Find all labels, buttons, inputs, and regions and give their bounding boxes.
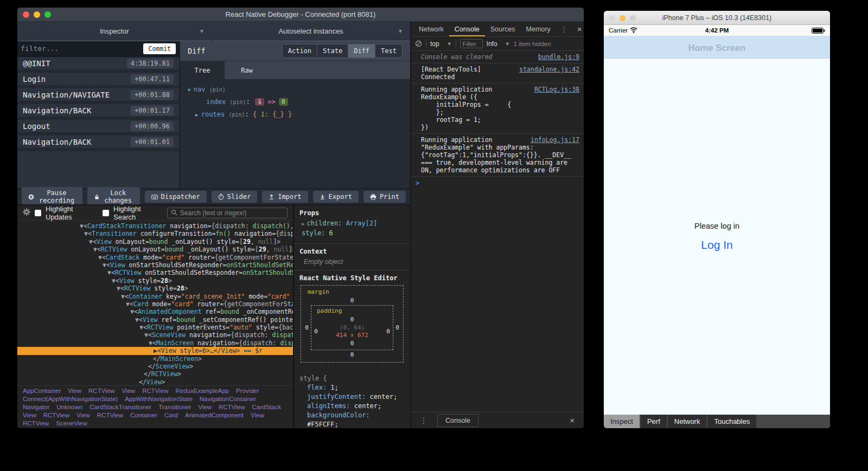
block-icon[interactable] — [415, 40, 422, 47]
tree-node-row[interactable]: </View> — [17, 378, 293, 385]
tree-node-row[interactable]: ▼<Transitioner configureTransition=fn() … — [17, 230, 293, 237]
source-link[interactable]: standalone.js:42 — [519, 66, 579, 73]
dev-tab-network[interactable]: Network — [668, 415, 707, 428]
diff-mode-tab-test[interactable]: Test — [375, 44, 402, 57]
breadcrumb-item[interactable]: CardStack — [252, 404, 282, 410]
diff-mode-tab-state[interactable]: State — [317, 44, 348, 57]
breadcrumb-item[interactable]: View — [251, 412, 264, 418]
tree-node-row[interactable]: ▼<AnimatedComponent ref=bound _onCompone… — [17, 308, 293, 315]
zoom-window-button[interactable] — [630, 15, 636, 21]
dev-tab-touchables[interactable]: Touchables — [707, 415, 756, 428]
padding-right-value[interactable]: 0 — [384, 327, 392, 336]
tree-node-row[interactable]: ▼<RCTView style=28> — [17, 285, 293, 292]
console-tab-memory[interactable]: Memory — [521, 22, 556, 36]
padding-left-value[interactable]: 0 — [312, 327, 320, 336]
breadcrumb-item[interactable]: RCTView — [23, 420, 49, 427]
breadcrumb-item[interactable]: RCTView — [88, 388, 114, 394]
action-row[interactable]: Login+00:47.11 — [17, 73, 179, 88]
tree-node-row[interactable]: ▶<View style=6>…</View> == $r — [17, 347, 293, 354]
console-tab-console[interactable]: Console — [449, 22, 485, 36]
tree-node-row[interactable]: ▼<SceneView navigation={dispatch: dispat… — [17, 331, 293, 339]
action-row[interactable]: @@INIT4:38:19.81 — [17, 57, 179, 73]
inspector-dropdown[interactable]: Inspector ▼ — [18, 22, 211, 41]
tree-node-row[interactable]: ▼<View onStartShouldSetResponder=onStart… — [17, 261, 293, 269]
tree-node-row[interactable]: ▼<CardStack mode="card" router={getCompo… — [17, 254, 293, 261]
diff-routes-row[interactable]: ▶ routes (pin): { 1: {_} } — [188, 111, 410, 118]
source-link[interactable]: infoLog.js:17 — [531, 136, 579, 144]
breadcrumb-item[interactable]: AnimatedComponent — [185, 412, 244, 418]
expand-arrow-icon[interactable]: ▶ — [302, 221, 304, 227]
action-row[interactable]: Logout+00:00.96 — [17, 120, 179, 136]
expand-arrow-icon[interactable]: ▶ — [195, 112, 201, 118]
close-icon[interactable]: × — [565, 416, 579, 425]
close-window-button[interactable] — [609, 15, 615, 21]
breadcrumb-item[interactable]: View — [23, 412, 36, 418]
tree-node-row[interactable]: ▼<RCTView onStartShouldSetResponder=onSt… — [17, 269, 293, 276]
breadcrumb-item[interactable]: Connect(AppWithNavigationState) — [23, 396, 118, 402]
dev-tab-inspect[interactable]: Inspect — [604, 415, 640, 428]
diff-mode-tab-diff[interactable]: Diff — [348, 44, 375, 57]
tree-node-row[interactable]: ▼<RCTView pointerEvents="auto" style={ba… — [17, 324, 293, 331]
source-link[interactable]: bundle.js:9 — [538, 53, 579, 61]
tree-node-row[interactable]: ▼<View onLayout=bound _onLayout() style=… — [17, 238, 293, 246]
diff-mode-tab-action[interactable]: Action — [283, 44, 317, 57]
diff-index-row[interactable]: index (pin): 1=>0 — [188, 98, 410, 106]
margin-bottom-value[interactable]: 0 — [303, 350, 401, 359]
breadcrumb-item[interactable]: Container — [130, 412, 157, 418]
toolbar-dispatcher-button[interactable]: Dispatcher — [145, 191, 207, 203]
source-link[interactable]: RCTLog.js:38 — [534, 86, 579, 93]
tree-node-row[interactable]: ▼<Card mode="card" router={getComponentF… — [17, 300, 293, 308]
breadcrumb-item[interactable]: Card — [164, 412, 178, 418]
breadcrumb-item[interactable]: AppContainer — [23, 388, 61, 394]
toolbar-pause-recording-button[interactable]: Pause recording — [22, 187, 82, 207]
margin-top-value[interactable]: 0 — [303, 296, 401, 305]
tree-node-row[interactable]: </MainScreen> — [17, 355, 293, 363]
tree-node-row[interactable]: ▼<CardStackTransitioner navigation={disp… — [17, 222, 293, 230]
highlight-updates-checkbox[interactable] — [35, 210, 41, 216]
breadcrumb-item[interactable]: CardStackTransitioner — [90, 404, 151, 410]
close-window-button[interactable] — [23, 11, 29, 18]
breadcrumb-item[interactable]: Provider — [236, 388, 259, 394]
drawer-console-tab[interactable]: Console — [437, 414, 478, 427]
breadcrumb-item[interactable]: Unknown — [56, 404, 82, 410]
console-prompt[interactable]: > — [411, 177, 584, 190]
breadcrumb-item[interactable]: RCTView — [219, 404, 245, 410]
action-row[interactable]: Navigation/BACK+00:01.01 — [17, 136, 179, 151]
context-selector[interactable]: top ▼ — [430, 40, 452, 48]
console-filter-input[interactable] — [460, 39, 483, 48]
tree-node-row[interactable]: ▼<Container key="card_scene_Init" mode="… — [17, 293, 293, 300]
padding-top-value[interactable]: 0 — [312, 315, 392, 324]
diff-nav-row[interactable]: ▼ nav (pin) — [188, 86, 410, 93]
log-level-selector[interactable]: Info ▼ — [487, 40, 510, 48]
breadcrumb-item[interactable]: Transitioner — [158, 404, 191, 410]
tree-node-row[interactable]: ▼<View ref=bound _setComponentRef() poin… — [17, 316, 293, 324]
action-filter-input[interactable] — [21, 44, 143, 53]
breadcrumb-item[interactable]: View — [68, 388, 81, 394]
breadcrumb-item[interactable]: RCTView — [97, 412, 123, 418]
toolbar-print-button[interactable]: Print — [363, 191, 406, 203]
margin-right-value[interactable]: 0 — [393, 323, 401, 332]
diff-view-tab-tree[interactable]: Tree — [180, 61, 225, 79]
console-tab-sources[interactable]: Sources — [485, 22, 521, 36]
kebab-menu-icon[interactable]: ⋮ — [416, 416, 432, 425]
minimize-window-button[interactable] — [34, 11, 40, 18]
kebab-menu-icon[interactable]: ⋮ — [556, 22, 572, 36]
breadcrumb-item[interactable]: RCTView — [142, 388, 168, 394]
minimize-window-button[interactable] — [620, 15, 626, 21]
breadcrumb-item[interactable]: ReduxExampleApp — [175, 388, 228, 394]
autoselect-dropdown[interactable]: Autoselect instances ▼ — [212, 22, 410, 41]
tree-node-row[interactable]: ▼<MainScreen navigation={dispatch: dispa… — [17, 339, 293, 347]
toolbar-import-button[interactable]: Import — [262, 191, 308, 203]
tree-node-row[interactable]: </RCTView> — [17, 370, 293, 378]
breadcrumb-item[interactable]: SceneView — [56, 420, 87, 427]
breadcrumb-item[interactable]: View — [76, 412, 90, 418]
breadcrumb-item[interactable]: View — [122, 388, 135, 394]
breadcrumb-item[interactable]: NavigationContainer — [200, 396, 256, 402]
action-row[interactable]: Navigation/BACK+00:01.17 — [17, 104, 179, 120]
tree-node-row[interactable]: ▼<RCTView onLayout=bound _onLayout() sty… — [17, 246, 293, 253]
breadcrumb-item[interactable]: View — [198, 404, 212, 410]
padding-bottom-value[interactable]: 0 — [312, 339, 392, 348]
margin-left-value[interactable]: 0 — [303, 323, 311, 332]
login-button[interactable]: Log In — [701, 238, 732, 251]
tree-node-row[interactable]: </SceneView> — [17, 363, 293, 370]
